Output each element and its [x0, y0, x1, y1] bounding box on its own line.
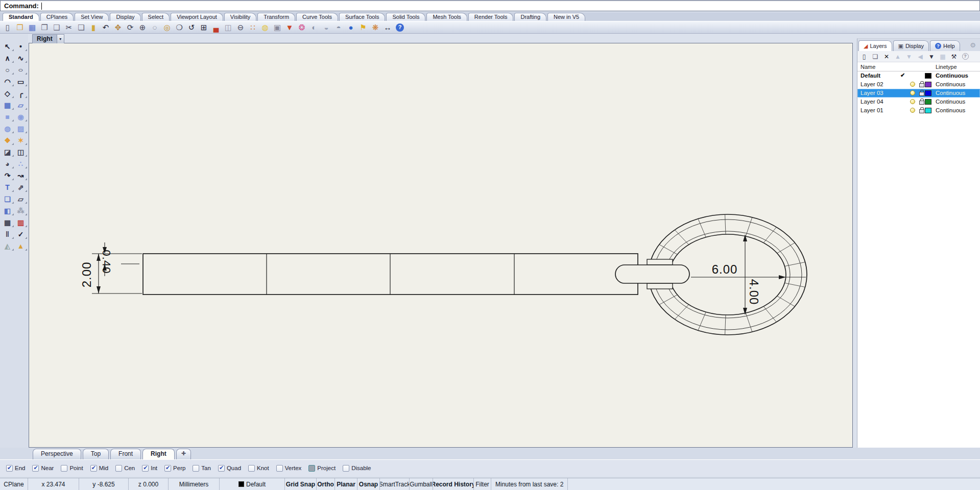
layer-name[interactable]: Default — [861, 72, 880, 79]
layer-color-swatch[interactable] — [925, 90, 931, 96]
cplane-icon[interactable]: ⊖ — [234, 22, 247, 33]
blend-curve-tool-icon[interactable]: ↷ — [1, 169, 14, 181]
viewport-tab-perspective[interactable]: Perspective — [33, 449, 81, 459]
menu-tab-curve-tools[interactable]: Curve Tools — [296, 13, 338, 21]
zoom-selected-icon[interactable]: ◎ — [161, 22, 173, 33]
point-tool-icon[interactable]: • — [14, 40, 28, 52]
checkbox[interactable] — [32, 465, 39, 472]
render-mesh-tool-icon[interactable]: ▲ — [14, 240, 28, 252]
checkbox[interactable] — [343, 465, 349, 472]
pipe-tool-icon[interactable]: ‖ — [1, 228, 14, 240]
osnap-int[interactable]: Int — [142, 465, 157, 472]
tab-layers[interactable]: ◢ Layers — [858, 40, 892, 51]
layer-linetype[interactable]: Continuous — [936, 99, 965, 105]
osnap-cen[interactable]: Cen — [115, 465, 135, 472]
layer-color-swatch[interactable] — [925, 82, 931, 87]
circle-tool-icon[interactable]: ○ — [1, 64, 14, 76]
menu-tab-select[interactable]: Select — [142, 13, 170, 21]
dimension-icon[interactable]: ↔ — [381, 22, 394, 33]
gear-icon[interactable]: ⚙ — [970, 41, 976, 49]
osnap-settings-icon[interactable]: ∷ — [247, 22, 259, 33]
new-file-icon[interactable]: ▯ — [2, 22, 14, 33]
surface-tool-icon[interactable]: ▱ — [14, 99, 28, 111]
checkbox[interactable] — [276, 465, 283, 472]
layer-name[interactable]: Layer 02 — [861, 81, 883, 87]
layer-name[interactable]: Layer 04 — [861, 99, 883, 105]
menu-tab-transform[interactable]: Transform — [257, 13, 295, 21]
check-tool-icon[interactable]: ✓ — [14, 228, 28, 240]
menu-tab-surface-tools[interactable]: Surface Tools — [339, 13, 385, 21]
ellipse-tool-icon[interactable]: ○ — [14, 64, 28, 76]
rectangle-tool-icon[interactable]: ▭ — [14, 76, 28, 87]
menu-tab-drafting[interactable]: Drafting — [514, 13, 546, 21]
viewport-tab-front[interactable]: Front — [110, 449, 141, 459]
menu-tab-new-in-v5[interactable]: New in V5 — [547, 13, 585, 21]
osnap-near[interactable]: Near — [32, 465, 54, 472]
bulb-icon[interactable] — [910, 82, 915, 87]
checkbox[interactable] — [90, 465, 97, 472]
unlock-icon[interactable] — [919, 90, 924, 96]
box-tool-icon[interactable]: ■ — [1, 111, 14, 122]
status-osnap[interactable]: Osnap — [357, 478, 380, 490]
arc-tool-icon[interactable]: ◠ — [1, 76, 14, 87]
pan-icon[interactable]: ✥ — [112, 22, 124, 33]
text-tool-icon[interactable]: T — [1, 181, 14, 193]
checkbox[interactable] — [61, 465, 67, 472]
status-ortho[interactable]: Ortho — [317, 478, 335, 490]
solids-tool-icon[interactable]: ◭ — [1, 240, 14, 252]
rendered-view-icon[interactable]: ● — [345, 22, 357, 33]
viewport-tab-top[interactable]: Top — [83, 449, 109, 459]
menu-tab-mesh-tools[interactable]: Mesh Tools — [426, 13, 467, 21]
bulb-icon[interactable] — [910, 108, 915, 113]
checkbox[interactable] — [6, 465, 13, 472]
point-cloud-tool-icon[interactable]: ∴ — [14, 158, 28, 169]
block-tool-icon[interactable]: ❑ — [1, 193, 14, 205]
checkbox[interactable] — [115, 465, 122, 472]
status-layer[interactable]: Default — [220, 478, 285, 490]
layer-color-swatch[interactable] — [925, 73, 931, 79]
curve-tool-icon[interactable]: ∿ — [14, 52, 28, 64]
polyline-tool-icon[interactable]: ∧ — [1, 52, 14, 64]
cylinder-tool-icon[interactable]: ◍ — [1, 122, 14, 134]
layer-row[interactable]: Layer 02 Continuous — [857, 80, 980, 89]
hide-objects-icon[interactable]: ◫ — [222, 22, 234, 33]
scale-tool-icon[interactable]: ⇗ — [14, 181, 28, 193]
undo-view-icon[interactable]: ↺ — [185, 22, 198, 33]
select-arrow-icon[interactable]: ↖ — [1, 40, 14, 52]
status-x[interactable]: x 23.474 — [28, 478, 79, 490]
menu-tab-standard[interactable]: Standard — [3, 13, 39, 21]
cut-icon[interactable]: ✂ — [63, 22, 75, 33]
layer-color-swatch[interactable] — [925, 108, 931, 113]
copy-icon[interactable]: ❏ — [75, 22, 87, 33]
render-icon[interactable]: ▼ — [283, 22, 296, 33]
osnap-vertex[interactable]: Vertex — [276, 465, 302, 472]
extend-tool-icon[interactable]: ↝ — [14, 169, 28, 181]
unlock-icon[interactable] — [919, 82, 924, 87]
status-filter[interactable]: Filter — [474, 478, 491, 490]
menu-tab-set-view[interactable]: Set View — [75, 13, 109, 21]
open-folder-icon[interactable]: ❒ — [14, 22, 26, 33]
lock-icon[interactable]: ▣ — [271, 22, 283, 33]
lights-tool-icon[interactable]: ⁂ — [14, 205, 28, 216]
osnap-mid[interactable]: Mid — [90, 465, 109, 472]
move-left-icon[interactable]: ◀ — [915, 52, 925, 61]
layer-linetype[interactable]: Continuous — [936, 107, 965, 113]
bulb-icon[interactable] — [910, 99, 915, 104]
menu-tab-viewport-layout[interactable]: Viewport Layout — [171, 13, 223, 21]
save-icon[interactable]: ▦ — [26, 22, 38, 33]
checkbox[interactable] — [142, 465, 149, 472]
add-viewport-tab[interactable]: ✚ — [176, 449, 191, 459]
flag-icon[interactable]: ⚑ — [357, 22, 369, 33]
status-z[interactable]: z 0.000 — [129, 478, 169, 490]
explode-tool-icon[interactable]: ✶ — [14, 134, 28, 146]
layer-linetype[interactable]: Continuous — [936, 72, 968, 79]
layer-linetype[interactable]: Continuous — [936, 90, 965, 96]
checkbox[interactable] — [248, 465, 255, 472]
polygon-tool-icon[interactable]: ◇ — [1, 87, 14, 99]
shear-tool-icon[interactable]: ▱ — [14, 193, 28, 205]
menu-tab-cplanes[interactable]: CPlanes — [40, 13, 74, 21]
gears-icon[interactable]: ❋ — [369, 22, 381, 33]
status-save-timer[interactable]: Minutes from last save: 2 — [491, 478, 568, 490]
checkbox[interactable] — [218, 465, 225, 472]
osnap-tan[interactable]: Tan — [193, 465, 211, 472]
